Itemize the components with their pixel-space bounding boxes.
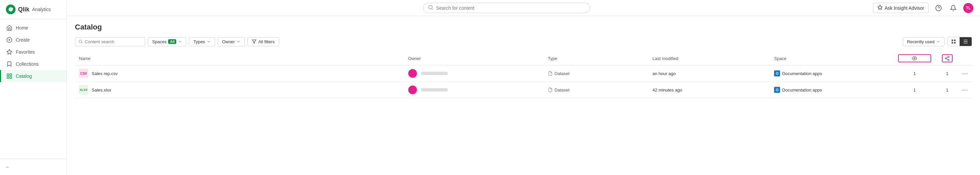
row2-space-cell: O Documentation apps: [770, 82, 892, 98]
svg-rect-21: [951, 42, 953, 43]
row2-type-cell: Dataset: [544, 82, 649, 98]
collapse-icon: ←: [5, 164, 10, 170]
svg-marker-6: [7, 50, 12, 54]
spaces-filter-button[interactable]: Spaces All: [148, 37, 186, 46]
catalog-table: Name Owner Type Last modified Space: [75, 51, 972, 98]
row2-modified: 42 minutes ago: [652, 88, 682, 93]
row1-owner-name: [421, 72, 448, 75]
svg-marker-18: [253, 40, 256, 43]
svg-point-28: [945, 58, 947, 59]
help-button[interactable]: [934, 3, 943, 13]
col-name-header: Name: [75, 51, 404, 65]
row2-shares: 1: [946, 88, 948, 93]
sidebar-item-home[interactable]: Home: [0, 22, 67, 34]
svg-line-30: [947, 59, 948, 60]
svg-line-12: [432, 8, 433, 10]
sidebar-item-favorites[interactable]: Favorites: [0, 46, 67, 58]
sidebar-logo: Qlik Analytics: [0, 0, 67, 19]
row1-owner-cell: [404, 65, 544, 82]
all-filters-label: All filters: [258, 39, 275, 44]
collapse-button[interactable]: ←: [5, 162, 61, 172]
main-content: Ask Insight Advisor TL Catalog: [67, 0, 980, 175]
row2-filename: Sales.xlsx: [92, 88, 111, 93]
row2-space: Documentation apps: [782, 88, 822, 93]
global-search-input[interactable]: [436, 5, 585, 11]
sidebar-item-create[interactable]: Create: [0, 34, 67, 46]
svg-rect-9: [7, 77, 9, 79]
sort-button[interactable]: Recently used: [903, 37, 945, 46]
sidebar-item-catalog[interactable]: Catalog: [0, 70, 67, 82]
row2-views-cell: 1: [893, 82, 937, 98]
sort-label: Recently used: [907, 39, 934, 44]
row1-filename: Sales rep.csv: [92, 71, 118, 76]
types-label: Types: [193, 39, 205, 44]
col-space-header: Space: [770, 51, 892, 65]
row2-owner-cell: [404, 82, 544, 98]
sidebar-item-collections[interactable]: Collections: [0, 58, 67, 70]
sidebar-favorites-label: Favorites: [16, 49, 35, 55]
svg-rect-8: [10, 74, 12, 75]
row1-shares-cell: 1: [937, 65, 958, 82]
home-icon: [6, 25, 13, 31]
table-body: CSV Sales rep.csv: [75, 65, 972, 98]
sidebar-catalog-label: Catalog: [16, 74, 32, 79]
row2-type: Dataset: [555, 88, 570, 93]
filter-search-icon: [79, 39, 83, 44]
svg-line-31: [947, 57, 948, 58]
content-search-box[interactable]: [75, 37, 145, 46]
table-row: CSV Sales rep.csv: [75, 65, 972, 82]
page-title: Catalog: [75, 23, 972, 32]
filter-icon: [252, 39, 256, 44]
xlsx-file-icon: XLSX: [79, 85, 88, 95]
svg-rect-10: [10, 77, 12, 79]
svg-rect-20: [954, 40, 956, 41]
qlik-icon: [5, 4, 16, 15]
spaces-label: Spaces: [152, 39, 167, 44]
csv-file-icon: CSV: [79, 69, 88, 78]
row1-more-cell: ⋯: [958, 65, 972, 82]
row1-modified-cell: an hour ago: [648, 65, 770, 82]
sidebar-bottom: ←: [0, 159, 67, 175]
sidebar: Qlik Analytics Home Create: [0, 0, 67, 175]
row1-type: Dataset: [555, 71, 570, 76]
collections-icon: [6, 61, 13, 67]
svg-line-17: [81, 42, 82, 43]
col-more-header: [958, 51, 972, 65]
row1-space-cell: O Documentation apps: [770, 65, 892, 82]
list-icon: [963, 39, 968, 44]
row1-space: Documentation apps: [782, 71, 822, 76]
table-row: XLSX Sales.xlsx: [75, 82, 972, 98]
global-search-box[interactable]: [423, 3, 590, 13]
svg-point-16: [79, 40, 82, 43]
row2-more-button[interactable]: ⋯: [962, 86, 968, 93]
row2-more-cell: ⋯: [958, 82, 972, 98]
content-search-input[interactable]: [85, 39, 142, 44]
grid-view-button[interactable]: [948, 37, 959, 46]
row1-name-cell: CSV Sales rep.csv: [75, 65, 404, 82]
row1-views: 1: [913, 71, 916, 76]
all-filters-button[interactable]: All filters: [247, 37, 279, 46]
col-views-header: [893, 51, 937, 65]
row1-views-cell: 1: [893, 65, 937, 82]
col-modified-header: Last modified: [648, 51, 770, 65]
user-avatar[interactable]: TL: [963, 3, 973, 13]
list-view-button[interactable]: [959, 37, 972, 46]
sort-chevron-icon: [936, 40, 940, 43]
col-owner-header: Owner: [404, 51, 544, 65]
topbar-right: Ask Insight Advisor TL: [873, 3, 973, 13]
types-filter-button[interactable]: Types: [189, 37, 215, 46]
svg-rect-7: [7, 74, 9, 75]
grid-icon: [951, 39, 956, 44]
logo-brand: Qlik: [18, 6, 29, 13]
dataset-icon: [548, 88, 553, 92]
svg-point-11: [429, 5, 432, 9]
insight-advisor-button[interactable]: Ask Insight Advisor: [873, 3, 929, 13]
notifications-button[interactable]: [948, 3, 958, 13]
row1-more-button[interactable]: ⋯: [962, 70, 968, 77]
spaces-badge: All: [168, 39, 176, 44]
owner-chevron-icon: [236, 40, 240, 43]
row2-views: 1: [913, 88, 916, 93]
owner-filter-button[interactable]: Owner: [218, 37, 245, 46]
spaces-chevron-icon: [178, 40, 182, 43]
insight-star-icon: [877, 5, 883, 11]
